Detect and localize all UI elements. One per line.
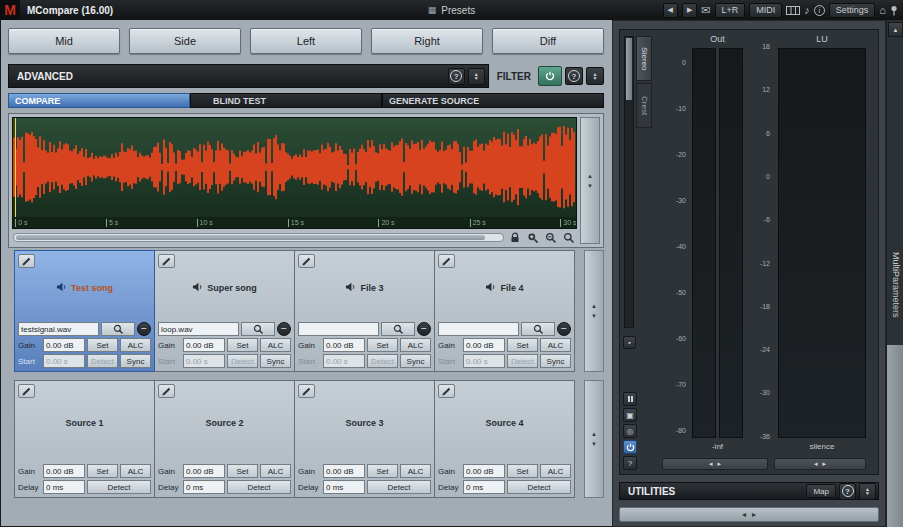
gain-set-button[interactable]: Set	[507, 338, 538, 352]
delay-value[interactable]: 0 ms	[463, 480, 505, 494]
utilities-bar[interactable]: UTILITIES Map ? ▲▼	[619, 482, 879, 500]
utilities-help-button[interactable]: ?	[839, 483, 856, 500]
previous-preset-button[interactable]: ◀	[663, 3, 678, 18]
file-slot-3[interactable]: File 3 − Gain 0.00 dB Set ALC Start 0.00…	[294, 250, 435, 372]
gain-set-button[interactable]: Set	[367, 464, 398, 478]
lock-button[interactable]	[508, 231, 522, 244]
delay-value[interactable]: 0 ms	[323, 480, 365, 494]
start-detect-button[interactable]: Detect	[367, 354, 398, 368]
alc-button[interactable]: ALC	[260, 338, 291, 352]
browse-file-button[interactable]	[101, 322, 135, 336]
alc-button[interactable]: ALC	[540, 464, 571, 478]
source-slot-3[interactable]: Source 3 Gain 0.00 dB Set ALC Delay 0 ms…	[294, 380, 435, 498]
alc-button[interactable]: ALC	[540, 338, 571, 352]
sync-button[interactable]: Sync	[400, 354, 431, 368]
gain-set-button[interactable]: Set	[367, 338, 398, 352]
waveform-scrollbar[interactable]	[13, 233, 504, 242]
sync-button[interactable]: Sync	[120, 354, 151, 368]
gain-value[interactable]: 0.00 dB	[43, 338, 85, 352]
edit-name-button[interactable]	[438, 384, 455, 398]
tab-crest[interactable]: Crest	[636, 83, 652, 128]
mode-left-button[interactable]: Left	[250, 28, 362, 54]
zoom-out-button[interactable]	[544, 231, 558, 244]
multiparameters-scroll-thumb[interactable]	[887, 345, 903, 527]
gain-value[interactable]: 0.00 dB	[323, 338, 365, 352]
start-detect-button[interactable]: Detect	[87, 354, 118, 368]
browse-file-button[interactable]	[241, 322, 275, 336]
alc-button[interactable]: ALC	[260, 464, 291, 478]
meter-store-button[interactable]: ▪	[623, 336, 636, 349]
file-slot-1[interactable]: Test song testsignal.wav − Gain 0.00 dB …	[14, 250, 155, 372]
filter-collapse-button[interactable]: ▲▼	[586, 67, 604, 85]
advanced-collapse-button[interactable]: ▲▼	[468, 68, 485, 85]
gain-value[interactable]: 0.00 dB	[463, 464, 505, 478]
file-name-field[interactable]	[438, 322, 519, 336]
file-slot-2[interactable]: Super song loop.wav − Gain 0.00 dB Set A…	[154, 250, 295, 372]
browse-file-button[interactable]	[381, 322, 415, 336]
gain-set-button[interactable]: Set	[87, 338, 118, 352]
gain-value[interactable]: 0.00 dB	[183, 464, 225, 478]
gain-value[interactable]: 0.00 dB	[323, 464, 365, 478]
meter-view-button[interactable]: ▣	[623, 408, 637, 422]
delay-detect-button[interactable]: Detect	[227, 480, 291, 494]
gain-set-button[interactable]: Set	[87, 464, 118, 478]
zoom-fit-button[interactable]	[562, 231, 576, 244]
meter-zoom-thumb[interactable]	[626, 38, 632, 100]
tab-compare[interactable]: COMPARE	[8, 93, 190, 108]
note-icon[interactable]: ♪	[804, 5, 810, 16]
edit-name-button[interactable]	[298, 254, 315, 268]
start-value[interactable]: 0.00 s	[183, 354, 225, 368]
playback-cursor[interactable]	[15, 118, 16, 217]
mode-right-button[interactable]: Right	[371, 28, 483, 54]
filter-power-button[interactable]	[538, 66, 562, 86]
meter-target-button[interactable]: ◎	[623, 424, 637, 438]
remove-file-button[interactable]: −	[277, 322, 291, 336]
midi-button[interactable]: MIDI	[749, 3, 782, 18]
envelope-icon[interactable]: ✉	[701, 5, 710, 16]
start-value[interactable]: 0.00 s	[463, 354, 505, 368]
sync-button[interactable]: Sync	[540, 354, 571, 368]
remove-file-button[interactable]: −	[557, 322, 571, 336]
delay-value[interactable]: 0 ms	[43, 480, 85, 494]
gain-set-button[interactable]: Set	[507, 464, 538, 478]
waveform-vertical-zoom[interactable]: ▲ ▼	[580, 117, 600, 244]
edit-name-button[interactable]	[298, 384, 315, 398]
mode-side-button[interactable]: Side	[129, 28, 241, 54]
sync-button[interactable]: Sync	[260, 354, 291, 368]
presets-button[interactable]: ▦ Presets	[418, 0, 485, 20]
expand-panel-button[interactable]: ▲	[888, 22, 903, 37]
file-row-scroller[interactable]: ▲ ▼	[584, 250, 604, 372]
edit-name-button[interactable]	[18, 254, 35, 268]
gain-set-button[interactable]: Set	[227, 338, 258, 352]
settings-button[interactable]: Settings	[829, 3, 876, 18]
filter-help-button[interactable]: ?	[565, 67, 583, 85]
advanced-section-header[interactable]: ADVANCED ? ▲▼	[8, 64, 489, 88]
next-preset-button[interactable]: ▶	[682, 3, 697, 18]
source-slot-2[interactable]: Source 2 Gain 0.00 dB Set ALC Delay 0 ms…	[154, 380, 295, 498]
file-name-field[interactable]	[298, 322, 379, 336]
delay-detect-button[interactable]: Detect	[87, 480, 151, 494]
start-detect-button[interactable]: Detect	[507, 354, 538, 368]
remove-file-button[interactable]: −	[137, 322, 151, 336]
browse-file-button[interactable]	[521, 322, 555, 336]
gain-value[interactable]: 0.00 dB	[43, 464, 85, 478]
waveform-scrollbar-thumb[interactable]	[16, 235, 485, 240]
alc-button[interactable]: ALC	[120, 338, 151, 352]
meter-help-button[interactable]: ?	[623, 456, 637, 470]
pin-icon[interactable]	[890, 5, 898, 16]
tab-stereo[interactable]: Stereo	[636, 36, 652, 81]
out-range-slider[interactable]: ◂▸	[662, 458, 768, 470]
alc-button[interactable]: ALC	[120, 464, 151, 478]
source-row-scroller[interactable]: ▲ ▼	[584, 380, 604, 498]
edit-name-button[interactable]	[438, 254, 455, 268]
edit-name-button[interactable]	[158, 254, 175, 268]
home-icon[interactable]: ⌂	[879, 5, 886, 16]
tab-generate-source[interactable]: GENERATE SOURCE	[382, 93, 604, 108]
meter-power-button[interactable]	[623, 440, 637, 454]
start-value[interactable]: 0.00 s	[323, 354, 365, 368]
file-slot-4[interactable]: File 4 − Gain 0.00 dB Set ALC Start 0.00…	[434, 250, 575, 372]
pause-button[interactable]	[623, 392, 637, 406]
zoom-in-button[interactable]	[526, 231, 540, 244]
start-detect-button[interactable]: Detect	[227, 354, 258, 368]
delay-detect-button[interactable]: Detect	[367, 480, 431, 494]
